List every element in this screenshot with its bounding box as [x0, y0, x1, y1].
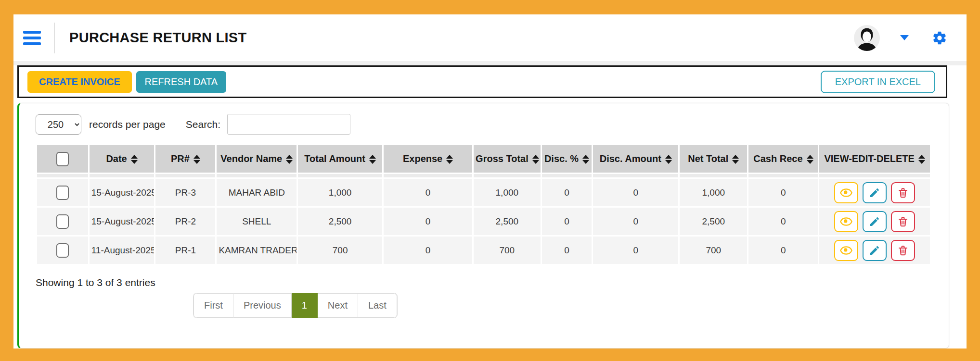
cell-total-amount: 1,000 [298, 179, 382, 206]
cell-cash-rece: 0 [748, 179, 818, 206]
cell-date: 11-August-2025 [90, 237, 155, 264]
pagination-previous-button[interactable]: Previous [233, 293, 292, 318]
table-header-row: Date PR# Vendor Name Total Amount Expens… [37, 145, 930, 173]
table-row: 15-August-2025 PR-2 SHELL 2,500 0 2,500 … [37, 208, 930, 235]
export-excel-button[interactable]: EXPORT IN EXCEL [821, 71, 935, 93]
app-page: PURCHASE RETURN LIST CREATE INVO [13, 14, 967, 349]
select-all-header-cell [37, 145, 88, 173]
row-select-cell [37, 237, 88, 264]
window-frame: PURCHASE RETURN LIST CREATE INVO [0, 0, 980, 361]
pagination-last-button[interactable]: Last [358, 293, 397, 318]
cell-cash-rece: 0 [748, 237, 818, 264]
search-input[interactable] [227, 114, 350, 135]
cell-disc-pct: 0 [542, 179, 592, 206]
top-header: PURCHASE RETURN LIST [13, 14, 967, 61]
cell-disc-pct: 0 [542, 237, 592, 264]
cell-date: 15-August-2025 [90, 208, 155, 235]
col-header-cash-rece[interactable]: Cash Rece [748, 145, 818, 173]
records-per-page-label: records per page [89, 119, 166, 130]
row-checkbox[interactable] [56, 186, 69, 200]
cell-expense: 0 [384, 179, 472, 206]
cell-net-total: 700 [680, 237, 747, 264]
header-spacer-row [37, 174, 930, 177]
table-row: 11-August-2025 PR-1 KAMRAN TRADERS 700 0… [37, 237, 930, 264]
sort-updown-icon[interactable] [582, 155, 589, 164]
cell-disc-pct: 0 [542, 208, 592, 235]
col-header-expense[interactable]: Expense [384, 145, 472, 173]
header-divider [54, 23, 55, 53]
col-header-disc-pct[interactable]: Disc. % [542, 145, 592, 173]
cell-date: 15-August-2025 [90, 179, 155, 206]
cell-pr: PR-1 [155, 237, 215, 264]
view-button[interactable] [834, 240, 858, 261]
pagination: First Previous 1 Next Last [193, 293, 397, 318]
view-button[interactable] [834, 211, 858, 232]
edit-button[interactable] [863, 182, 887, 203]
cell-cash-rece: 0 [748, 208, 818, 235]
table-controls: 250 records per page Search: [36, 114, 931, 135]
row-select-cell [37, 179, 88, 206]
table-row: 15-August-2025 PR-3 MAHAR ABID 1,000 0 1… [37, 179, 930, 206]
cell-pr: PR-3 [155, 179, 215, 206]
pagination-next-button[interactable]: Next [318, 293, 358, 318]
sort-updown-icon[interactable] [193, 155, 200, 164]
cell-expense: 0 [384, 208, 472, 235]
search-label: Search: [186, 119, 220, 130]
cell-pr: PR-2 [155, 208, 215, 235]
col-header-net-total[interactable]: Net Total [680, 145, 747, 173]
sort-updown-icon[interactable] [807, 155, 813, 164]
settings-gear-icon[interactable] [932, 30, 947, 46]
user-avatar[interactable] [854, 25, 880, 51]
sort-updown-icon[interactable] [532, 155, 539, 164]
pagination-page-1-button[interactable]: 1 [292, 293, 318, 318]
cell-total-amount: 700 [298, 237, 382, 264]
col-header-total-amount[interactable]: Total Amount [298, 145, 382, 173]
sort-updown-icon[interactable] [369, 155, 376, 164]
col-header-gross-total[interactable]: Gross Total [474, 145, 540, 173]
records-per-page-select[interactable]: 250 [36, 114, 81, 135]
delete-button[interactable] [891, 211, 915, 232]
col-header-disc-amount[interactable]: Disc. Amount [593, 145, 678, 173]
edit-button[interactable] [863, 211, 887, 232]
cell-actions [819, 208, 930, 235]
select-all-checkbox[interactable] [56, 152, 69, 166]
table-info: Showing 1 to 3 of 3 entries [36, 277, 931, 288]
sort-updown-icon[interactable] [446, 155, 453, 164]
pagination-first-button[interactable]: First [193, 293, 233, 318]
col-header-vendor[interactable]: Vendor Name [217, 145, 297, 173]
content-panel: 250 records per page Search: Date [17, 103, 949, 349]
action-toolbar: CREATE INVOICE REFRESH DATA EXPORT IN EX… [17, 65, 947, 98]
cell-net-total: 2,500 [680, 208, 747, 235]
sort-updown-icon[interactable] [131, 155, 138, 164]
row-checkbox[interactable] [56, 243, 69, 258]
sort-updown-icon[interactable] [286, 155, 293, 164]
cell-gross-total: 700 [474, 237, 540, 264]
sort-updown-icon[interactable] [665, 155, 672, 164]
col-header-view-edit-delete[interactable]: VIEW-EDIT-DELETE [819, 145, 930, 173]
cell-expense: 0 [384, 237, 472, 264]
cell-total-amount: 2,500 [298, 208, 382, 235]
hamburger-menu-icon[interactable] [23, 31, 41, 45]
cell-disc-amount: 0 [593, 208, 678, 235]
refresh-data-button[interactable]: REFRESH DATA [136, 71, 227, 93]
cell-vendor: KAMRAN TRADERS [217, 237, 297, 264]
create-invoice-button[interactable]: CREATE INVOICE [27, 71, 132, 93]
sort-updown-icon[interactable] [918, 155, 925, 164]
sort-updown-icon[interactable] [732, 155, 739, 164]
header-separator-strip [13, 61, 967, 65]
row-select-cell [37, 208, 88, 235]
row-checkbox[interactable] [56, 214, 69, 229]
delete-button[interactable] [891, 182, 915, 203]
purchase-return-table: Date PR# Vendor Name Total Amount Expens… [36, 144, 931, 265]
cell-vendor: MAHAR ABID [217, 179, 297, 206]
delete-button[interactable] [891, 240, 915, 261]
cell-net-total: 1,000 [680, 179, 747, 206]
profile-chevron-down-icon[interactable] [900, 35, 909, 40]
cell-actions [819, 237, 930, 264]
cell-gross-total: 2,500 [474, 208, 540, 235]
view-button[interactable] [834, 182, 858, 203]
edit-button[interactable] [863, 240, 887, 261]
col-header-date[interactable]: Date [90, 145, 155, 173]
page-title: PURCHASE RETURN LIST [69, 30, 247, 46]
col-header-pr[interactable]: PR# [155, 145, 215, 173]
